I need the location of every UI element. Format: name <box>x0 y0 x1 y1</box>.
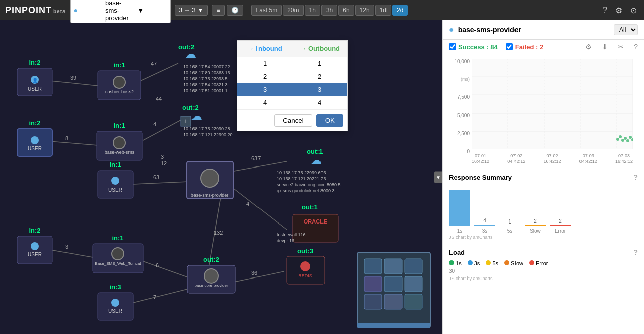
bar-fill-slow <box>525 225 546 226</box>
svg-text:in:2: in:2 <box>29 227 40 234</box>
svg-text:in:2: in:2 <box>29 59 40 66</box>
svg-text:10.168.17.54:20821   3: 10.168.17.54:20821 3 <box>183 82 228 87</box>
svg-text:10.168.17.80:20863  16: 10.168.17.80:20863 16 <box>183 70 230 75</box>
response-summary-title: Response Summary ? <box>449 173 638 181</box>
table-row[interactable]: 4 4 <box>237 96 347 109</box>
count-table: 1 1 2 2 3 3 4 4 <box>237 57 347 109</box>
success-checkbox[interactable] <box>449 43 456 50</box>
load-legend: 1s 3s 5s Slow Error <box>449 260 638 266</box>
svg-point-83 <box>112 248 124 260</box>
svg-text:63: 63 <box>153 174 159 180</box>
bar-fill-error <box>550 225 571 226</box>
topbar: PINPOINTbeta ● base-sms-provider ▼ 3 → 3… <box>0 0 644 20</box>
svg-text:in:1: in:1 <box>113 122 125 129</box>
time-chart-area: 10,000 (ms) 7,500 5,000 2,500 0 <box>443 54 644 169</box>
svg-text:10.168.17.75:22993   5: 10.168.17.75:22993 5 <box>183 76 228 81</box>
svg-text:6: 6 <box>156 262 159 268</box>
clock-btn[interactable]: 🕐 <box>227 5 243 16</box>
svg-text:8: 8 <box>65 135 68 141</box>
failed-checkbox[interactable] <box>506 43 513 50</box>
load-info[interactable]: ? <box>633 248 638 256</box>
filter-select[interactable]: All <box>614 24 638 35</box>
svg-text:service2.baiwutong.com:8080   : service2.baiwutong.com:8080 5 <box>277 182 341 187</box>
list-view-btn[interactable]: ≡ <box>212 5 224 16</box>
svg-text:ORACLE: ORACLE <box>304 218 327 225</box>
inbound-1[interactable]: 1 <box>237 57 292 70</box>
svg-text:132: 132 <box>214 230 223 236</box>
response-summary-section: Response Summary ? 4 1 2 <box>443 169 644 244</box>
table-row-selected[interactable]: 3 3 <box>237 83 347 96</box>
github-btn[interactable]: ⊙ <box>628 4 639 17</box>
bar-fill-1s <box>449 190 470 226</box>
inbound-2[interactable]: 2 <box>237 70 292 83</box>
time-3h[interactable]: 3h <box>321 5 337 16</box>
provider-select[interactable]: ● base-sms-provider ▼ <box>70 0 171 23</box>
time-6h[interactable]: 6h <box>338 5 354 16</box>
legend-1s: 1s <box>449 260 462 266</box>
svg-rect-108 <box>472 59 633 149</box>
load-y-label: 30 <box>449 268 638 274</box>
popup-footer: Cancel OK <box>237 109 347 131</box>
bar-slow: 2 <box>525 218 546 226</box>
cancel-button[interactable]: Cancel <box>274 114 312 127</box>
bar-x-labels: 1s 3s 5s Slow Error <box>449 228 638 234</box>
svg-rect-104 <box>364 294 382 309</box>
svg-text:7: 7 <box>153 294 156 300</box>
time-1d[interactable]: 1d <box>375 5 391 16</box>
y-axis: 10,000 (ms) 7,500 5,000 2,500 0 <box>449 59 472 154</box>
settings-btn[interactable]: ⚙ <box>613 4 624 17</box>
inbound-col-header[interactable]: →Inbound <box>237 41 292 57</box>
svg-point-118 <box>619 135 622 138</box>
svg-text:10.168.17.75:22990   28: 10.168.17.75:22990 28 <box>183 126 230 131</box>
svg-text:USER: USER <box>28 86 42 92</box>
svg-text:testnewall  116: testnewall 116 <box>277 232 306 237</box>
x-axis: 07-0116:42:12 07-0204:42:12 07-0216:42:1… <box>472 153 633 164</box>
time-5m[interactable]: Last 5m <box>251 5 282 16</box>
svg-text:36: 36 <box>251 270 257 276</box>
gear-icon[interactable]: ⚙ <box>585 43 592 51</box>
failed-label: Failed : 2 <box>515 43 543 51</box>
svg-text:base-sms-provider: base-sms-provider <box>191 193 229 198</box>
outbound-2[interactable]: 2 <box>292 70 347 83</box>
response-summary-info[interactable]: ? <box>633 173 638 181</box>
inbound-4[interactable]: 4 <box>237 96 292 109</box>
svg-text:out:3: out:3 <box>297 247 313 255</box>
svg-text:in:1: in:1 <box>112 234 123 242</box>
download-icon[interactable]: ⬇ <box>602 43 608 51</box>
svg-text:☁: ☁ <box>191 109 202 122</box>
time-2d[interactable]: 2d <box>392 5 408 16</box>
scroll-indicator[interactable]: ▼ <box>434 172 442 183</box>
time-1h[interactable]: 1h <box>305 5 320 16</box>
svg-text:REDIS: REDIS <box>298 273 312 279</box>
outbound-3[interactable]: 3 <box>292 83 347 96</box>
load-title: Load ? <box>449 248 638 256</box>
outbound-col-header[interactable]: →Outbound <box>292 41 347 57</box>
svg-text:qxtsms.guodulink.net:8000    3: qxtsms.guodulink.net:8000 3 <box>277 188 335 193</box>
time-12h[interactable]: 12h <box>355 5 374 16</box>
svg-text:out:2: out:2 <box>203 256 219 263</box>
svg-text:in:2: in:2 <box>29 119 40 127</box>
svg-rect-99 <box>384 259 402 274</box>
svg-point-117 <box>616 138 619 141</box>
topology-svg: 39 47 44 8 4 3 12 63 637 4 132 <box>0 20 442 334</box>
load-section: Load ? 1s 3s 5s Slow Error 30 JS chart b… <box>443 244 644 285</box>
svg-rect-105 <box>384 294 402 309</box>
table-row[interactable]: 2 2 <box>237 70 347 83</box>
arrows-selector[interactable]: 3 → 3 ▼ <box>175 5 208 16</box>
node-count-dropdown: →Inbound →Outbound 1 1 2 2 <box>237 40 348 131</box>
info-icon[interactable]: ? <box>634 43 638 51</box>
inbound-3[interactable]: 3 <box>237 83 292 96</box>
outbound-4[interactable]: 4 <box>292 96 347 109</box>
help-btn[interactable]: ? <box>601 4 609 17</box>
table-row[interactable]: 1 1 <box>237 57 347 70</box>
ok-button[interactable]: OK <box>316 114 343 127</box>
svg-text:base-core-provider: base-core-provider <box>194 283 228 288</box>
svg-text:👤: 👤 <box>32 77 38 83</box>
scissors-icon[interactable]: ✂ <box>618 43 624 51</box>
outbound-1[interactable]: 1 <box>292 57 347 70</box>
time-series-chart <box>472 59 633 149</box>
time-20m[interactable]: 20m <box>283 5 303 16</box>
legend-5s: 5s <box>486 260 498 266</box>
svg-text:Base_SMS_Web_Tomcat: Base_SMS_Web_Tomcat <box>95 261 141 266</box>
svg-point-122 <box>629 136 632 139</box>
